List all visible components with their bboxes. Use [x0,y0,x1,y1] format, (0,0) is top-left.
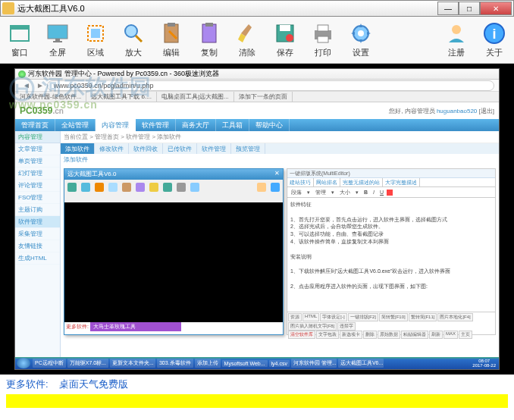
ed-btn[interactable]: 清空软件库 [288,331,315,339]
bold-icon[interactable]: B [362,189,370,196]
browser-tab[interactable]: 河东软件园-绿色软件... [15,92,86,102]
tab[interactable]: 修改软件 [95,143,129,154]
editor-tab[interactable]: 建站技巧 [287,178,314,186]
nested-tool-btn[interactable] [121,183,133,199]
ed-btn[interactable]: 繁转简[F11] [409,313,437,321]
clear-button[interactable]: 清除 [230,21,264,58]
nested-link[interactable]: 大马士革玫瑰工具 [90,322,181,331]
nested-tool-btn[interactable] [66,183,78,199]
tab[interactable]: 软件管理 [197,143,231,154]
taskbar-item[interactable]: 添加上传 [195,359,221,368]
sidebar-item[interactable]: 主题订购 [15,204,60,216]
forward-icon[interactable]: ► [36,81,44,89]
sidebar-item-selected[interactable]: 软件管理 [15,216,60,228]
taskbar-item[interactable]: Mysoftsoft Web... [222,360,268,367]
nav-item[interactable]: 内容管理 [96,119,136,131]
editor-tab[interactable]: 完整无描述的站 [340,178,383,186]
zoom-button[interactable]: 放大 [117,21,150,58]
browser-tab[interactable]: 电脑桌面工具|远大截图... [157,92,234,102]
ed-btn[interactable]: 删除 [363,331,377,339]
format-btn[interactable]: ▾ [305,189,312,196]
register-button[interactable]: 注册 [440,21,473,58]
edit-button[interactable]: 编辑 [155,21,188,58]
format-btn[interactable]: 大小 [337,188,353,197]
browser-tab[interactable]: 远大截图工具下载 6.... [86,92,157,102]
ed-btn[interactable]: 刷新 [429,331,443,339]
sidebar-item[interactable]: 友情链接 [15,240,60,252]
maximize-button[interactable]: □ [459,2,480,15]
settings-button[interactable]: 设置 [344,21,378,58]
print-button[interactable]: 打印 [306,21,340,58]
underline-icon[interactable]: U [378,189,386,196]
ed-btn[interactable]: HTML [302,313,319,321]
nested-tool-btn[interactable] [269,183,281,199]
sidebar-item[interactable]: 评论管理 [15,180,60,192]
nested-tool-btn[interactable] [161,183,174,199]
about-button[interactable]: i 关于 [478,21,511,58]
ed-btn[interactable]: 文字包装 [316,331,339,339]
taskbar-item[interactable]: 303.杀毒软件 [157,359,193,368]
ed-btn[interactable]: 字体设定[-] [320,313,346,321]
browser-tab[interactable]: 添加下一条的页面 [234,92,293,102]
editor-tab[interactable]: 网站排名 [314,178,340,186]
taskbar-item[interactable]: ly4.csv [269,360,290,367]
taskbar-item[interactable]: 万能驱X7.0标... [67,359,108,368]
format-btn[interactable]: 管理 [313,188,328,197]
ed-btn[interactable]: MAX [443,331,458,339]
italic-icon[interactable]: I [371,189,377,196]
nested-tool-btn[interactable] [175,183,187,199]
username-link[interactable]: huguanbao520 [437,108,477,114]
nav-item[interactable]: 商务大厅 [176,119,216,131]
nested-tool-btn[interactable] [189,183,201,199]
taskbar-item[interactable]: 远大截图工具V6... [338,359,384,368]
ed-btn[interactable]: 主页 [459,331,472,339]
nested-tool-btn[interactable] [134,183,146,199]
nav-item[interactable]: 帮助中心 [249,119,290,131]
nested-tool-btn[interactable] [148,183,160,199]
sidebar-item[interactable]: 单页管理 [15,155,60,168]
ed-btn[interactable]: 粘贴编辑器 [401,331,428,339]
start-button[interactable] [17,358,30,368]
taskbar-item[interactable]: 河东软件园 管理... [291,359,337,368]
taskbar-clock[interactable]: 08:072017-08-22 [469,359,499,368]
taskbar-item[interactable]: 更新文本文件夹... [110,359,155,368]
format-btn[interactable]: ▾ [353,189,361,196]
ed-btn[interactable]: 一键排版[F2] [348,313,378,321]
format-btn[interactable]: ▾ [329,189,337,196]
nested-tool-btn[interactable] [93,183,105,199]
ed-btn[interactable]: 简转繁[F10] [379,313,408,321]
url-field[interactable]: www.pc0359.cn/pcgladmin/u.php [47,80,494,91]
nav-item[interactable]: 工具箱 [216,119,249,131]
format-btn[interactable]: 段落 [289,188,304,197]
copy-button[interactable]: 复制 [193,21,226,58]
ed-btn[interactable]: 违禁字 [337,322,356,331]
nested-tool-btn[interactable] [107,183,119,199]
tab[interactable]: 软件回收 [129,143,163,154]
minimize-button[interactable]: — [437,2,459,15]
taskbar-item[interactable]: PC远程中断 [33,359,66,368]
nav-item[interactable]: 全站管理 [55,119,96,131]
ed-btn[interactable]: 资源 [288,313,302,321]
editor-tab[interactable]: 大字完整描述 [383,178,420,186]
ed-btn[interactable]: 新选项卡 [340,331,362,339]
footer-link[interactable]: 桌面天气免费版 [59,378,128,390]
sidebar-item[interactable]: 生成HTML [15,252,60,265]
ed-btn[interactable]: 图片本地化[F4] [437,313,472,321]
nav-item[interactable]: 软件管理 [136,119,176,131]
fullscreen-button[interactable]: 全屏 [41,21,74,58]
ed-btn[interactable]: 图片插入随机文字[F8] [288,322,337,331]
window-capture-button[interactable]: 窗口 [3,21,36,58]
editor-content[interactable]: 软件特征 1、首先打开您要，首先点击运行，进入软件主界面，选择截图方式 2、选择… [287,198,495,312]
ed-btn[interactable]: 原始数据 [378,331,400,339]
sidebar-item[interactable]: 采集管理 [15,228,60,240]
sidebar-item[interactable]: FSO管理 [15,192,60,204]
color-icon[interactable] [387,190,393,196]
tab[interactable]: 预览管理 [231,143,265,154]
nested-close-icon[interactable]: ✕ [274,170,280,179]
nav-item[interactable]: 管理首页 [15,119,55,131]
nested-tool-btn[interactable] [255,183,268,199]
back-icon[interactable]: ◄ [23,81,30,89]
sidebar-item[interactable]: 幻灯管理 [15,168,60,180]
close-button[interactable]: ✕ [480,2,512,15]
region-button[interactable]: 区域 [79,21,112,58]
